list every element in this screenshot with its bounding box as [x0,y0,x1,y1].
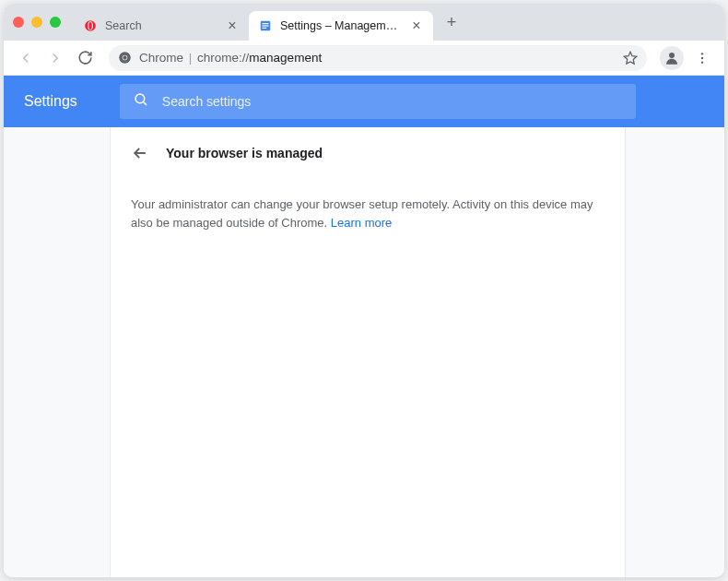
reload-button[interactable] [72,45,98,71]
settings-content: Your browser is managed Your administrat… [4,127,724,577]
minimize-window-button[interactable] [31,17,42,28]
svg-point-10 [669,53,675,58]
tab-title: Settings – Management [280,19,402,32]
tab-strip: Search × Settings – Management × + [4,4,724,41]
svg-point-13 [701,61,703,63]
svg-point-14 [135,94,145,103]
search-icon [133,91,149,112]
back-button[interactable] [13,45,39,71]
new-tab-button[interactable]: + [439,9,464,35]
close-tab-icon[interactable]: × [225,18,240,33]
svg-rect-5 [263,25,269,26]
learn-more-link[interactable]: Learn more [331,216,392,230]
bookmark-star-icon[interactable] [623,51,638,65]
settings-title: Settings [24,93,77,110]
maximize-window-button[interactable] [50,17,61,28]
window-controls [13,17,61,28]
svg-rect-4 [263,23,269,24]
browser-window: Search × Settings – Management × + [4,4,724,577]
tab-title: Search [105,19,217,32]
close-tab-icon[interactable]: × [409,18,424,33]
tab-settings-management[interactable]: Settings – Management × [249,11,433,41]
search-settings-input[interactable] [162,94,623,109]
back-arrow-icon[interactable] [131,144,149,162]
close-window-button[interactable] [13,17,24,28]
search-settings-box[interactable] [120,84,636,119]
kebab-menu-icon[interactable] [689,45,715,71]
svg-rect-6 [263,28,267,29]
management-description: Your administrator can change your brows… [111,179,625,249]
svg-point-2 [88,22,92,30]
forward-button[interactable] [42,45,68,71]
opera-icon [83,18,98,33]
svg-point-9 [123,55,126,59]
settings-header: Settings [4,76,724,127]
settings-card: Your browser is managed Your administrat… [110,127,626,577]
profile-button[interactable] [660,46,684,70]
page-heading-row: Your browser is managed [111,127,625,179]
url-text: Chrome | chrome://management [139,51,322,65]
svg-point-11 [701,53,703,54]
chrome-settings-icon [258,18,273,33]
address-bar[interactable]: Chrome | chrome://management [109,45,647,71]
browser-toolbar: Chrome | chrome://management [4,41,724,76]
tab-search[interactable]: Search × [74,11,249,41]
page-title: Your browser is managed [166,146,323,160]
svg-point-12 [701,56,703,58]
chrome-icon [118,51,132,65]
